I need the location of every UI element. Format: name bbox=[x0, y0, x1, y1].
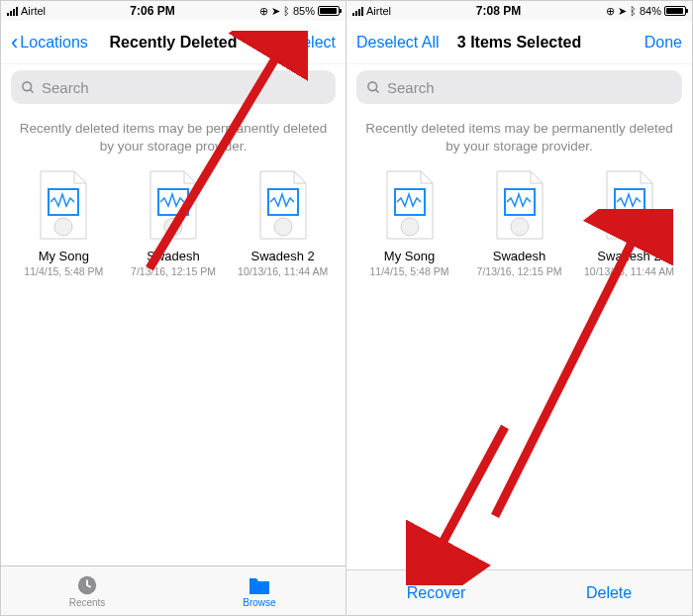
file-grid: My Song 11/4/15, 5:48 PM Swadesh 7/13/16… bbox=[1, 169, 346, 277]
audio-file-icon bbox=[143, 169, 204, 241]
svg-point-17 bbox=[621, 218, 639, 236]
svg-point-15 bbox=[511, 218, 529, 236]
search-placeholder: Search bbox=[387, 79, 435, 96]
file-date: 11/4/15, 5:48 PM bbox=[360, 265, 459, 277]
clock-icon bbox=[76, 574, 98, 596]
status-bar: Airtel 7:08 PM ⊕ ➤ ᛒ 84% bbox=[346, 1, 692, 21]
annotation-arrow bbox=[406, 417, 525, 585]
file-item[interactable]: Swadesh 7/13/16, 12:15 PM bbox=[124, 169, 223, 277]
svg-line-11 bbox=[375, 89, 378, 92]
chevron-left-icon: ‹ bbox=[11, 32, 18, 53]
folder-icon bbox=[248, 574, 271, 596]
status-time: 7:06 PM bbox=[130, 4, 174, 18]
tab-recents[interactable]: Recents bbox=[1, 566, 173, 615]
svg-point-10 bbox=[368, 81, 377, 90]
svg-line-1 bbox=[30, 89, 33, 92]
carrier-label: Airtel bbox=[366, 5, 391, 17]
back-button[interactable]: ‹ Locations bbox=[11, 32, 100, 53]
battery-pct: 84% bbox=[640, 5, 661, 17]
selected-check-icon: ✓ bbox=[651, 222, 671, 242]
audio-file-icon bbox=[379, 169, 441, 241]
file-item[interactable]: My Song 11/4/15, 5:48 PM bbox=[360, 169, 459, 277]
select-button[interactable]: Select bbox=[247, 34, 336, 51]
phone-right: Airtel 7:08 PM ⊕ ➤ ᛒ 84% Deselect All 3 … bbox=[346, 1, 692, 615]
file-name: Swadesh bbox=[470, 249, 569, 263]
search-placeholder: Search bbox=[42, 79, 89, 96]
nav-bar: Deselect All 3 Items Selected Done bbox=[346, 21, 692, 64]
tab-browse[interactable]: Browse bbox=[173, 566, 346, 615]
rotation-lock-icon: ⊕ bbox=[259, 5, 268, 18]
carrier-label: Airtel bbox=[21, 5, 46, 17]
bluetooth-icon: ᛒ bbox=[630, 5, 637, 17]
deselect-all-button[interactable]: Deselect All bbox=[356, 34, 446, 51]
location-icon: ➤ bbox=[618, 5, 627, 18]
svg-line-19 bbox=[436, 427, 505, 556]
battery-icon bbox=[664, 6, 686, 16]
battery-pct: 85% bbox=[293, 5, 315, 17]
info-text: Recently deleted items may be permanentl… bbox=[346, 110, 692, 169]
search-icon bbox=[21, 80, 36, 95]
search-icon bbox=[366, 80, 381, 95]
signal-icon bbox=[352, 7, 363, 16]
search-input[interactable]: Search bbox=[356, 70, 682, 104]
tab-bar: Recents Browse bbox=[1, 565, 346, 615]
recover-button[interactable]: Recover bbox=[407, 584, 466, 602]
file-item[interactable]: My Song 11/4/15, 5:48 PM bbox=[14, 169, 113, 277]
file-item[interactable]: Swadesh 2 10/13/16, 11:44 AM bbox=[234, 169, 333, 277]
file-grid: My Song 11/4/15, 5:48 PM Swadesh 7/13/16… bbox=[346, 169, 692, 277]
battery-icon bbox=[318, 6, 340, 16]
file-name: My Song bbox=[14, 249, 113, 263]
back-label: Locations bbox=[20, 34, 88, 51]
bluetooth-icon: ᛒ bbox=[283, 5, 290, 17]
file-name: Swadesh bbox=[124, 249, 223, 263]
action-bar: Recover Delete bbox=[346, 569, 692, 615]
tab-label: Recents bbox=[69, 597, 106, 608]
audio-file-icon bbox=[489, 169, 550, 241]
audio-file-icon bbox=[33, 169, 94, 241]
file-date: 10/13/16, 11:44 AM bbox=[234, 265, 333, 277]
svg-point-3 bbox=[54, 218, 72, 236]
status-time: 7:08 PM bbox=[476, 4, 521, 18]
file-date: 11/4/15, 5:48 PM bbox=[14, 265, 113, 277]
status-bar: Airtel 7:06 PM ⊕ ➤ ᛒ 85% bbox=[1, 1, 346, 21]
location-icon: ➤ bbox=[271, 5, 280, 18]
file-name: My Song bbox=[360, 249, 459, 263]
nav-bar: ‹ Locations Recently Deleted Select bbox=[1, 21, 346, 64]
svg-point-0 bbox=[23, 81, 32, 90]
file-item[interactable]: ✓ Swadesh 2 10/13/16, 11:44 AM bbox=[580, 169, 679, 277]
svg-point-5 bbox=[164, 218, 182, 236]
delete-button[interactable]: Delete bbox=[586, 584, 632, 602]
file-item[interactable]: Swadesh 7/13/16, 12:15 PM bbox=[470, 169, 569, 277]
file-date: 7/13/16, 12:15 PM bbox=[124, 265, 223, 277]
done-button[interactable]: Done bbox=[593, 34, 682, 51]
file-date: 10/13/16, 11:44 AM bbox=[580, 265, 679, 277]
info-text: Recently deleted items may be permanentl… bbox=[1, 110, 346, 169]
file-date: 7/13/16, 12:15 PM bbox=[470, 265, 569, 277]
file-name: Swadesh 2 bbox=[234, 249, 333, 263]
phone-left: Airtel 7:06 PM ⊕ ➤ ᛒ 85% ‹ Locations Rec… bbox=[1, 1, 346, 615]
file-name: Swadesh 2 bbox=[580, 249, 679, 263]
signal-icon bbox=[7, 7, 18, 16]
page-title: Recently Deleted bbox=[100, 34, 247, 51]
svg-point-7 bbox=[274, 218, 292, 236]
page-title: 3 Items Selected bbox=[446, 34, 593, 51]
svg-point-13 bbox=[401, 218, 419, 236]
tab-label: Browse bbox=[243, 597, 275, 608]
audio-file-icon bbox=[252, 169, 314, 241]
rotation-lock-icon: ⊕ bbox=[606, 5, 615, 18]
search-input[interactable]: Search bbox=[11, 70, 336, 104]
